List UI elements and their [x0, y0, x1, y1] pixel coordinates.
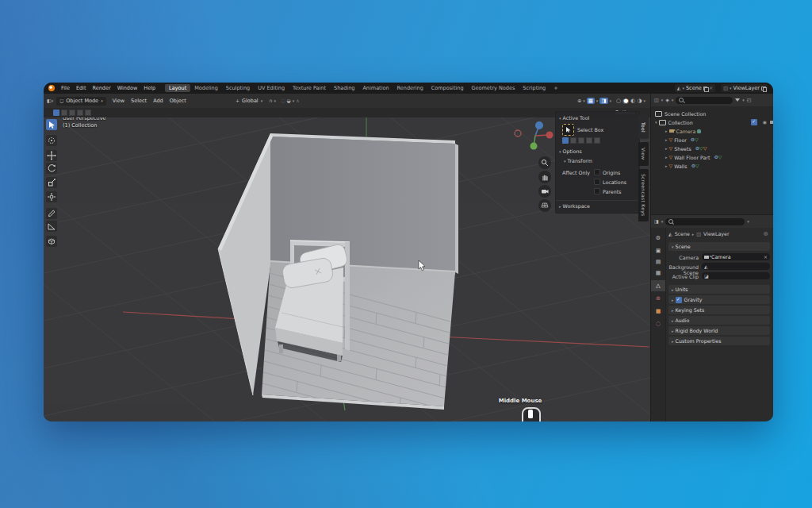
- shading-wireframe-icon[interactable]: ○: [616, 98, 621, 104]
- tool-rotate[interactable]: [46, 163, 57, 174]
- clear-icon[interactable]: ×: [764, 254, 768, 260]
- zoom-button[interactable]: [538, 156, 551, 169]
- unlink-scene-icon[interactable]: ×: [709, 85, 713, 91]
- camera-field[interactable]: Camera ×: [702, 253, 770, 260]
- pin-icon[interactable]: ◎: [764, 231, 768, 236]
- proportional-falloff-icon[interactable]: ◒: [286, 98, 290, 103]
- select-mode-new-icon[interactable]: [53, 110, 59, 116]
- breadcrumb-viewlayer[interactable]: ViewLayer: [703, 231, 730, 237]
- shading-solid-icon[interactable]: ●: [622, 98, 629, 104]
- blender-logo-icon[interactable]: [48, 85, 55, 91]
- toggle-perspective-button[interactable]: [538, 199, 551, 212]
- disclosure-icon[interactable]: ▾: [655, 120, 657, 125]
- tab-geometry-nodes[interactable]: Geometry Nodes: [468, 84, 519, 92]
- select-mode-extend-icon[interactable]: [61, 110, 67, 116]
- outliner-row-collection[interactable]: ▾ Collection ◉: [651, 118, 773, 126]
- collapse-icon[interactable]: ▾: [564, 159, 566, 164]
- gravity-checkbox[interactable]: [676, 297, 682, 303]
- tab-render-properties[interactable]: ▣: [651, 245, 665, 256]
- outliner-row-walls[interactable]: ▸ ▽ Walls ⚙ ▽ ◉: [651, 162, 773, 170]
- shading-rendered-icon[interactable]: ◑: [637, 98, 642, 104]
- outliner-row-sheets[interactable]: ▸ ▽ Sheets ⚙ ▽ ▽ ◉: [651, 144, 773, 152]
- properties-search-input[interactable]: [665, 218, 745, 225]
- tab-scene-properties[interactable]: △: [651, 280, 665, 291]
- disclosure-icon[interactable]: ▸: [665, 164, 668, 168]
- menu-select[interactable]: Select: [128, 98, 150, 104]
- gravity-section-header[interactable]: ▸ Gravity: [668, 295, 770, 304]
- collapse-icon[interactable]: ▾: [559, 149, 561, 154]
- new-collection-icon[interactable]: ◰: [747, 98, 752, 102]
- tool-select-box[interactable]: [46, 119, 57, 130]
- background-scene-field[interactable]: ◭: [702, 263, 770, 270]
- tool-cursor[interactable]: [46, 135, 57, 146]
- keying-sets-section-header[interactable]: ▸ Keying Sets: [668, 306, 770, 314]
- parents-checkbox[interactable]: [594, 188, 600, 194]
- orientation-dropdown[interactable]: + Global ▾: [236, 98, 262, 104]
- sidebar-tab-screencast-keys[interactable]: Screencast Keys: [638, 169, 649, 221]
- breadcrumb-scene[interactable]: Scene: [675, 231, 690, 237]
- tab-sculpting[interactable]: Sculpting: [222, 84, 254, 92]
- tab-modeling[interactable]: Modeling: [190, 84, 222, 92]
- snap-magnet-icon[interactable]: ∩: [269, 98, 272, 103]
- new-viewlayer-icon[interactable]: [761, 87, 765, 90]
- tab-uv-editing[interactable]: UV Editing: [254, 84, 289, 92]
- viewlayer-selector[interactable]: ◫ ▾ ViewLayer: [721, 84, 768, 92]
- locations-checkbox[interactable]: [594, 179, 600, 185]
- navigation-gizmo[interactable]: [510, 117, 559, 159]
- outliner-search-input[interactable]: [676, 97, 733, 104]
- show-gizmo-icon[interactable]: ⊕: [577, 98, 581, 103]
- select-mode-intersect-icon[interactable]: [594, 137, 600, 144]
- rigid-body-world-section-header[interactable]: ▸ Rigid Body World: [668, 326, 770, 335]
- filter-icon[interactable]: [735, 98, 740, 102]
- disclosure-icon[interactable]: ▸: [665, 129, 668, 133]
- gizmo-z-axis[interactable]: [535, 121, 543, 129]
- select-mode-new-icon[interactable]: [562, 137, 569, 144]
- tab-rendering[interactable]: Rendering: [393, 84, 427, 92]
- select-mode-intersect-icon[interactable]: [85, 110, 91, 116]
- scene-selector[interactable]: ◭ ▾ Scene ×: [675, 84, 715, 92]
- show-overlays-icon[interactable]: ▦: [587, 98, 595, 104]
- tab-tool-properties[interactable]: ⚙: [651, 233, 665, 244]
- menu-window[interactable]: Window: [114, 85, 141, 91]
- outliner-row-camera[interactable]: ▸ Camera ◉: [651, 127, 773, 135]
- outliner-row-scene-collection[interactable]: Scene Collection: [651, 110, 773, 117]
- tab-object-properties[interactable]: ■: [651, 306, 665, 317]
- collection-checkbox[interactable]: [751, 119, 757, 125]
- menu-object[interactable]: Object: [167, 98, 190, 104]
- menu-help[interactable]: Help: [140, 85, 159, 91]
- menu-edit[interactable]: Edit: [73, 85, 90, 91]
- proportional-editing-icon[interactable]: ◌: [281, 98, 285, 103]
- tab-physics-properties[interactable]: ◌: [651, 318, 665, 329]
- tool-measure[interactable]: [46, 221, 57, 232]
- sidebar-tab-view[interactable]: View: [638, 142, 649, 166]
- hide-viewport-icon[interactable]: ◉: [763, 120, 767, 125]
- select-mode-extend-icon[interactable]: [570, 137, 576, 144]
- new-scene-icon[interactable]: [703, 87, 707, 90]
- shading-material-icon[interactable]: ◐: [630, 98, 635, 104]
- tab-scripting[interactable]: Scripting: [519, 84, 550, 92]
- disable-render-icon[interactable]: [770, 121, 773, 124]
- active-clip-field[interactable]: ◪: [702, 272, 770, 279]
- gizmo-y-axis[interactable]: [530, 143, 538, 150]
- disclosure-icon[interactable]: ▸: [665, 155, 668, 160]
- audio-section-header[interactable]: ▸ Audio: [668, 316, 770, 325]
- tab-world-properties[interactable]: ⊕: [651, 293, 665, 304]
- menu-render[interactable]: Render: [89, 85, 113, 91]
- tool-transform[interactable]: [46, 191, 57, 202]
- tab-layout[interactable]: Layout: [165, 84, 190, 92]
- properties-editor-icon[interactable]: ◨: [654, 219, 659, 224]
- select-box-tool-icon[interactable]: [562, 124, 574, 136]
- select-mode-subtract-icon[interactable]: [578, 137, 584, 144]
- gizmo-x-axis[interactable]: [546, 132, 553, 139]
- tab-animation[interactable]: Animation: [358, 84, 393, 92]
- tab-texture-paint[interactable]: Texture Paint: [289, 84, 330, 92]
- menu-add[interactable]: Add: [150, 98, 167, 104]
- pan-button[interactable]: [538, 171, 551, 183]
- select-mode-subtract-icon[interactable]: [69, 110, 75, 116]
- menu-view[interactable]: View: [109, 98, 128, 104]
- scene-section-header[interactable]: ▾ Scene: [668, 242, 770, 251]
- custom-properties-section-header[interactable]: ▸ Custom Properties: [668, 337, 770, 345]
- outliner-editor-icon[interactable]: ◫: [654, 98, 659, 102]
- origins-checkbox[interactable]: [594, 169, 600, 175]
- disclosure-icon[interactable]: ▸: [665, 137, 668, 142]
